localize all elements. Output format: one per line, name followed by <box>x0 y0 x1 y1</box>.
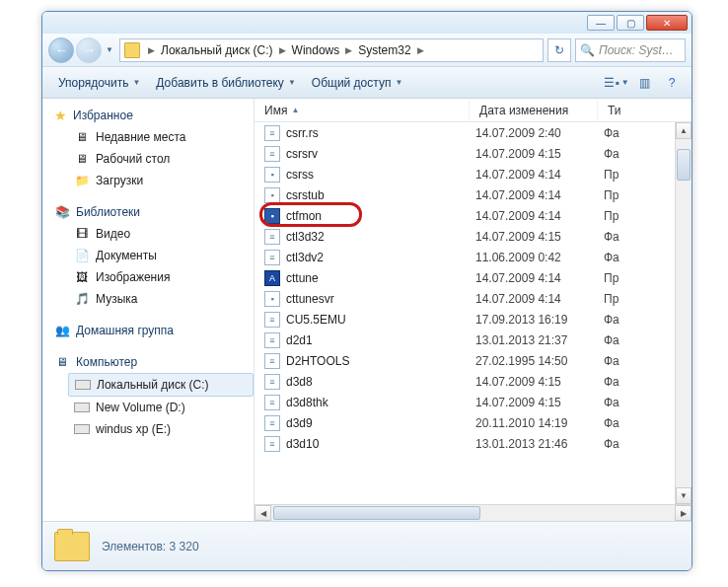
breadcrumb-segment[interactable]: Локальный диск (C:) <box>159 43 275 57</box>
file-name: cttunesvr <box>286 292 475 306</box>
toolbar: Упорядочить▼ Добавить в библиотеку▼ Общи… <box>42 67 692 99</box>
file-icon: ≡ <box>264 415 280 431</box>
file-date: 27.02.1995 14:50 <box>475 354 604 368</box>
libraries-header[interactable]: 📚Библиотеки <box>54 201 254 223</box>
recent-places[interactable]: 🖥Недавние места <box>54 126 254 148</box>
recent-icon: 🖥 <box>74 129 90 145</box>
preview-pane-button[interactable]: ▥ <box>632 71 656 95</box>
music-library[interactable]: 🎵Музыка <box>54 288 254 310</box>
file-name: d3d8 <box>286 375 475 389</box>
breadcrumb-separator[interactable]: ▶ <box>417 45 424 55</box>
close-button[interactable]: ✕ <box>646 15 688 31</box>
search-placeholder: Поиск: Syst… <box>599 43 674 57</box>
drive-c[interactable]: Локальный диск (C:) <box>68 373 254 397</box>
scroll-thumb[interactable] <box>273 506 480 520</box>
music-icon: 🎵 <box>74 291 90 307</box>
breadcrumb-segment[interactable]: System32 <box>356 43 412 57</box>
file-row[interactable]: ▪csrss14.07.2009 4:14Пр <box>255 164 692 184</box>
file-date: 11.06.2009 0:42 <box>475 251 604 264</box>
file-row[interactable]: ▪ctfmon14.07.2009 4:14Пр <box>255 205 692 226</box>
file-name: d3d10 <box>286 437 475 451</box>
file-row[interactable]: ≡ctl3dv211.06.2009 0:42Фа <box>255 247 692 267</box>
scroll-down-button[interactable]: ▼ <box>676 487 692 504</box>
downloads[interactable]: 📁Загрузки <box>54 170 254 191</box>
scroll-track[interactable] <box>676 139 692 487</box>
maximize-button[interactable]: ▢ <box>617 15 644 31</box>
horizontal-scrollbar[interactable]: ◀ ▶ <box>255 504 692 521</box>
file-row[interactable]: ≡d3d920.11.2010 14:19Фа <box>255 412 692 433</box>
file-row[interactable]: ≡ctl3d3214.07.2009 4:15Фа <box>255 226 692 247</box>
pictures-icon: 🖼 <box>74 269 90 285</box>
address-bar-row: ← → ▼ ▶ Локальный диск (C:) ▶ Windows ▶ … <box>42 34 692 67</box>
navigation-pane[interactable]: ★Избранное 🖥Недавние места 🖥Рабочий стол… <box>42 99 255 521</box>
column-date[interactable]: Дата изменения <box>470 99 598 121</box>
file-name: csrsrv <box>286 147 475 161</box>
breadcrumb[interactable]: ▶ Локальный диск (C:) ▶ Windows ▶ System… <box>119 38 544 62</box>
help-button[interactable]: ? <box>660 71 684 95</box>
file-date: 17.09.2013 16:19 <box>475 313 604 327</box>
column-name[interactable]: Имя▲ <box>255 99 470 121</box>
file-row[interactable]: ▪csrstub14.07.2009 4:14Пр <box>255 184 692 205</box>
column-type[interactable]: Ти <box>598 99 692 121</box>
pictures-library[interactable]: 🖼Изображения <box>54 266 254 288</box>
file-date: 14.07.2009 2:40 <box>475 126 604 140</box>
drive-e[interactable]: windus xp (E:) <box>54 418 254 440</box>
file-row[interactable]: ≡csrsrv14.07.2009 4:15Фа <box>255 143 692 164</box>
breadcrumb-separator[interactable]: ▶ <box>345 45 352 55</box>
videos-library[interactable]: 🎞Видео <box>54 223 254 245</box>
sort-indicator-icon: ▲ <box>291 106 299 114</box>
file-list-pane: Имя▲ Дата изменения Ти ≡csrr.rs14.07.200… <box>255 99 692 521</box>
desktop-icon: 🖥 <box>74 151 90 167</box>
scroll-up-button[interactable]: ▲ <box>676 122 692 139</box>
favorites-header[interactable]: ★Избранное <box>54 105 254 126</box>
organize-button[interactable]: Упорядочить▼ <box>50 72 148 94</box>
file-name: csrss <box>286 168 475 182</box>
refresh-button[interactable]: ↻ <box>547 38 571 62</box>
computer-header[interactable]: 🖥Компьютер <box>54 351 254 373</box>
file-row[interactable]: ▪cttunesvr14.07.2009 4:14Пр <box>255 288 692 309</box>
file-date: 14.07.2009 4:15 <box>475 375 604 389</box>
file-row[interactable]: ≡d3d1013.01.2013 21:46Фа <box>255 433 692 454</box>
file-name: csrstub <box>286 188 475 202</box>
view-options-button[interactable]: ☰▪ ▼ <box>605 71 628 95</box>
back-button[interactable]: ← <box>48 37 74 63</box>
file-row[interactable]: Acttune14.07.2009 4:14Пр <box>255 267 692 288</box>
breadcrumb-separator[interactable]: ▶ <box>279 45 286 55</box>
file-list[interactable]: ≡csrr.rs14.07.2009 2:40Фа≡csrsrv14.07.20… <box>255 122 692 504</box>
breadcrumb-segment[interactable]: Windows <box>290 43 342 57</box>
file-name: d3d9 <box>286 416 475 430</box>
vertical-scrollbar[interactable]: ▲ ▼ <box>675 122 692 504</box>
file-icon: ≡ <box>264 353 280 369</box>
file-row[interactable]: ≡d3d814.07.2009 4:15Фа <box>255 371 692 392</box>
video-icon: 🎞 <box>74 226 90 242</box>
libraries-icon: 📚 <box>54 204 70 220</box>
history-dropdown[interactable]: ▼ <box>104 37 115 63</box>
scroll-right-button[interactable]: ▶ <box>675 505 692 521</box>
file-row[interactable]: ≡CU5.5EMU17.09.2013 16:19Фа <box>255 309 692 330</box>
title-bar[interactable]: — ▢ ✕ <box>42 12 692 34</box>
minimize-button[interactable]: — <box>587 15 615 31</box>
scroll-left-button[interactable]: ◀ <box>255 505 271 521</box>
desktop[interactable]: 🖥Рабочий стол <box>54 148 254 170</box>
file-row[interactable]: ≡D2HTOOLS27.02.1995 14:50Фа <box>255 350 692 371</box>
share-button[interactable]: Общий доступ▼ <box>304 72 411 94</box>
documents-library[interactable]: 📄Документы <box>54 245 254 266</box>
file-row[interactable]: ≡d2d113.01.2013 21:37Фа <box>255 330 692 350</box>
scroll-track[interactable] <box>271 505 675 521</box>
file-row[interactable]: ≡d3d8thk14.07.2009 4:15Фа <box>255 392 692 412</box>
file-icon: ▪ <box>264 291 280 307</box>
file-date: 20.11.2010 14:19 <box>475 416 604 430</box>
file-name: ctfmon <box>286 209 475 223</box>
file-row[interactable]: ≡csrr.rs14.07.2009 2:40Фа <box>255 122 692 143</box>
include-library-button[interactable]: Добавить в библиотеку▼ <box>148 72 303 94</box>
homegroup-header[interactable]: 👥Домашняя группа <box>54 320 254 341</box>
drive-d[interactable]: New Volume (D:) <box>54 397 254 418</box>
file-name: cttune <box>286 271 475 285</box>
file-date: 14.07.2009 4:15 <box>475 396 604 409</box>
breadcrumb-separator[interactable]: ▶ <box>148 45 155 55</box>
search-input[interactable]: 🔍 Поиск: Syst… <box>575 38 686 62</box>
scroll-thumb[interactable] <box>677 149 691 181</box>
forward-button[interactable]: → <box>76 37 102 63</box>
file-icon: ≡ <box>264 312 280 328</box>
file-date: 14.07.2009 4:15 <box>475 147 604 161</box>
